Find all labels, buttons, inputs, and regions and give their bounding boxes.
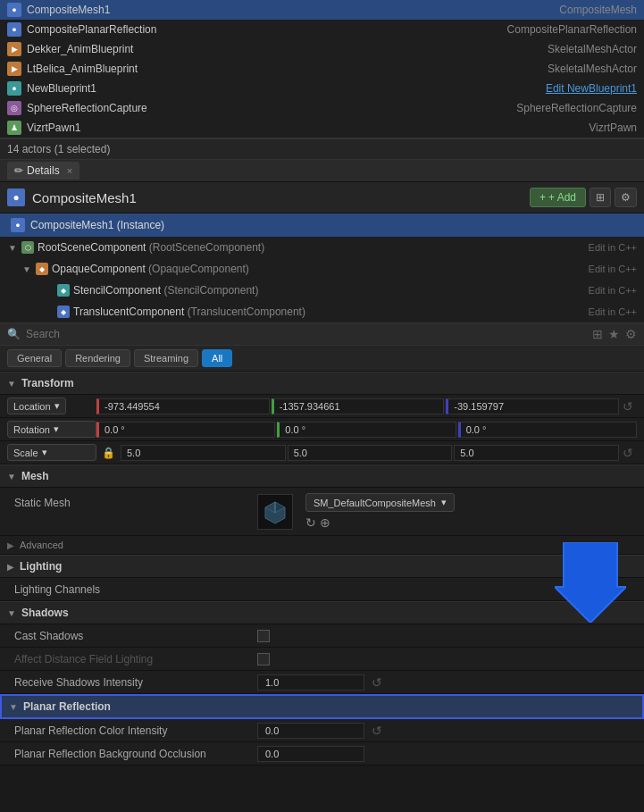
tree-row-1[interactable]: ▼ ◆ OpaqueComponent (OpaqueComponent) Ed… bbox=[0, 258, 644, 280]
actor-row-compositeMesh1[interactable]: ● CompositeMesh1 CompositeMesh bbox=[0, 0, 644, 20]
layout-button[interactable]: ⊞ bbox=[590, 188, 611, 207]
search-bar: 🔍 ⊞ ★ ⚙ bbox=[0, 323, 644, 346]
add-component-button[interactable]: + + Add bbox=[530, 188, 586, 207]
rotation-dropdown[interactable]: Rotation ▾ bbox=[7, 421, 96, 438]
section-transform[interactable]: ▼ Transform bbox=[0, 372, 644, 395]
planar-color-reset-button[interactable]: ↺ bbox=[368, 724, 386, 738]
star-button[interactable]: ★ bbox=[608, 327, 620, 341]
mesh-arrow: ▼ bbox=[7, 472, 16, 481]
rotation-y-input[interactable] bbox=[277, 422, 456, 438]
affect-distance-checkbox[interactable] bbox=[257, 653, 270, 666]
search-input[interactable] bbox=[26, 328, 587, 340]
mesh-select-arrow-icon: ▾ bbox=[441, 497, 447, 508]
actor-type-6: VizrtPawn bbox=[589, 121, 637, 134]
actor-name-4: NewBlueprint1 bbox=[27, 82, 96, 95]
instance-bar: ● CompositeMesh1 (Instance) bbox=[0, 213, 644, 237]
mesh-copy-button[interactable]: ⊕ bbox=[320, 515, 330, 530]
section-planar-reflection[interactable]: ▼ Planar Reflection bbox=[0, 694, 644, 719]
section-lighting[interactable]: ▶ Lighting bbox=[0, 555, 644, 578]
actor-row-4[interactable]: ● NewBlueprint1 Edit NewBlueprint1 bbox=[0, 79, 644, 98]
actor-list: ● CompositeMesh1 CompositeMesh ● Composi… bbox=[0, 0, 644, 138]
scale-row: Scale ▾ 🔒 ↺ bbox=[0, 441, 644, 465]
section-advanced[interactable]: ▶ Advanced bbox=[0, 536, 644, 555]
scale-chevron-icon: ▾ bbox=[42, 447, 47, 458]
location-row: Location ▾ ↺ bbox=[0, 395, 644, 418]
planar-bg-label: Planar Reflection Background Occlusion bbox=[7, 748, 257, 760]
scale-z-input[interactable] bbox=[454, 445, 619, 461]
filter-rendering[interactable]: Rendering bbox=[65, 349, 130, 367]
actor-icon-6: ♟ bbox=[7, 121, 21, 135]
tree-icon-0: ⬡ bbox=[21, 241, 34, 254]
actor-name-3: LtBelica_AnimBlueprint bbox=[27, 63, 138, 75]
rotation-z-input[interactable] bbox=[458, 422, 637, 438]
filter-all[interactable]: All bbox=[202, 349, 232, 367]
edit-cpp-1[interactable]: Edit in C++ bbox=[589, 264, 637, 274]
filter-streaming[interactable]: Streaming bbox=[134, 349, 198, 367]
mesh-controls: ↻ ⊕ bbox=[305, 515, 455, 530]
plus-icon: + bbox=[539, 191, 546, 204]
tree-label-1: OpaqueComponent (OpaqueComponent) bbox=[52, 263, 249, 275]
planar-bg-input[interactable] bbox=[257, 746, 364, 762]
static-mesh-value: SM_DefaultCompositeMesh ▾ ↻ ⊕ bbox=[257, 493, 637, 530]
receive-shadows-input[interactable] bbox=[257, 674, 364, 691]
planar-bg-row: Planar Reflection Background Occlusion bbox=[0, 742, 644, 766]
scale-label: Scale bbox=[13, 448, 38, 458]
edit-cpp-0[interactable]: Edit in C++ bbox=[589, 242, 637, 253]
actor-row-5[interactable]: ◎ SphereReflectionCapture SphereReflecti… bbox=[0, 98, 644, 118]
receive-shadows-label: Receive Shadows Intensity bbox=[7, 676, 257, 689]
tree-label-0: RootSceneComponent (RootSceneComponent) bbox=[38, 241, 264, 254]
highlight-arrow bbox=[555, 542, 626, 623]
actor-name-6: VizrtPawn1 bbox=[27, 121, 80, 134]
location-dropdown[interactable]: Location ▾ bbox=[7, 398, 66, 414]
actor-row-1[interactable]: ● CompositePlanarReflection CompositePla… bbox=[0, 20, 644, 39]
receive-shadows-value: ↺ bbox=[257, 674, 637, 691]
tree-label-3: TranslucentComponent (TranslucentCompone… bbox=[73, 306, 305, 318]
scale-x-input[interactable] bbox=[121, 445, 286, 461]
details-tab: ✏ Details × bbox=[0, 160, 644, 182]
properties-panel: ▼ Transform Location ▾ ↺ Rotation bbox=[0, 372, 644, 766]
location-z-input[interactable] bbox=[446, 398, 619, 414]
settings-button[interactable]: ⚙ bbox=[625, 327, 637, 341]
actor-type-0: CompositeMesh bbox=[559, 4, 637, 16]
location-y-input[interactable] bbox=[272, 398, 445, 414]
tree-icon-1: ◆ bbox=[36, 263, 48, 275]
rotation-x-input[interactable] bbox=[96, 422, 275, 438]
receive-shadows-row: Receive Shadows Intensity ↺ bbox=[0, 671, 644, 694]
actor-type-3: SkeletalMeshActor bbox=[548, 63, 637, 75]
lighting-arrow: ▶ bbox=[7, 562, 14, 572]
lighting-label: Lighting bbox=[20, 560, 62, 573]
more-options-button[interactable]: ⚙ bbox=[615, 188, 637, 207]
scale-reset-button[interactable]: ↺ bbox=[619, 446, 637, 460]
actor-row-3[interactable]: ▶ LtBelica_AnimBlueprint SkeletalMeshAct… bbox=[0, 59, 644, 79]
edit-cpp-3[interactable]: Edit in C++ bbox=[589, 306, 637, 317]
details-tab-label[interactable]: ✏ Details × bbox=[7, 162, 79, 180]
edit-cpp-2[interactable]: Edit in C++ bbox=[589, 285, 637, 296]
filter-general[interactable]: General bbox=[7, 349, 62, 367]
tree-row-2[interactable]: ◆ StencilComponent (StencilComponent) Ed… bbox=[0, 280, 644, 301]
add-label: + Add bbox=[548, 191, 576, 204]
planar-color-input[interactable] bbox=[257, 723, 364, 739]
tree-row-3[interactable]: ◆ TranslucentComponent (TranslucentCompo… bbox=[0, 301, 644, 322]
receive-shadows-reset-button[interactable]: ↺ bbox=[368, 675, 386, 690]
location-reset-button[interactable]: ↺ bbox=[619, 399, 637, 414]
tree-row-0[interactable]: ▼ ⬡ RootSceneComponent (RootSceneCompone… bbox=[0, 237, 644, 258]
grid-view-button[interactable]: ⊞ bbox=[592, 327, 603, 341]
mesh-browse-button[interactable]: ↻ bbox=[305, 515, 316, 530]
scale-dropdown[interactable]: Scale ▾ bbox=[7, 444, 96, 461]
section-mesh[interactable]: ▼ Mesh bbox=[0, 465, 644, 488]
tab-close-button[interactable]: × bbox=[67, 165, 72, 176]
scale-y-input[interactable] bbox=[288, 445, 453, 461]
section-shadows[interactable]: ▼ Shadows bbox=[0, 601, 644, 624]
mesh-select-dropdown[interactable]: SM_DefaultCompositeMesh ▾ bbox=[305, 493, 455, 512]
actor-icon-4: ● bbox=[7, 81, 21, 96]
mesh-thumb-svg bbox=[262, 498, 289, 525]
scale-lock-icon: 🔒 bbox=[102, 447, 115, 459]
actor-row-2[interactable]: ▶ Dekker_AnimBlueprint SkeletalMeshActor bbox=[0, 39, 644, 59]
tree-expand-0: ▼ bbox=[7, 242, 18, 253]
actor-icon-2: ▶ bbox=[7, 42, 21, 56]
cast-shadows-checkbox[interactable] bbox=[257, 630, 270, 642]
static-mesh-label: Static Mesh bbox=[7, 493, 257, 509]
actor-row-6[interactable]: ♟ VizrtPawn1 VizrtPawn bbox=[0, 118, 644, 138]
location-x-input[interactable] bbox=[96, 398, 270, 414]
actor-header: ● CompositeMesh1 + + Add ⊞ ⚙ bbox=[0, 182, 644, 213]
